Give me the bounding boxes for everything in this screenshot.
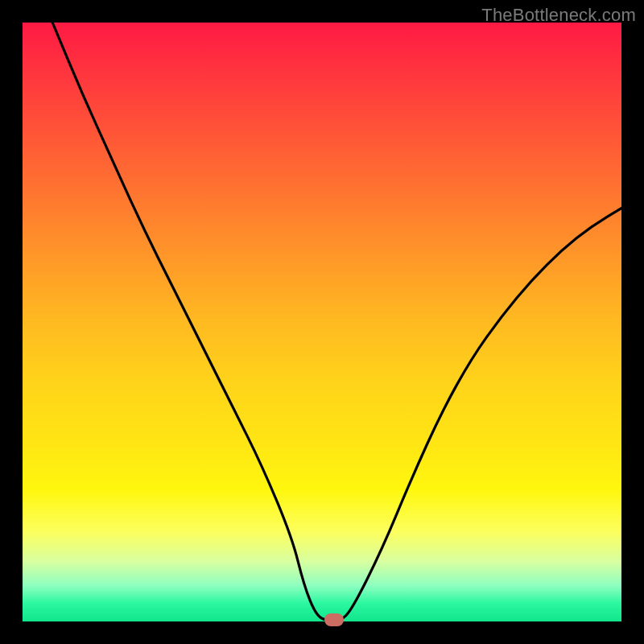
chart-frame: TheBottleneck.com [0,0,644,644]
optimum-marker [324,613,344,626]
watermark-text: TheBottleneck.com [481,5,636,26]
plot-area [23,23,621,621]
bottleneck-curve [52,23,621,621]
curve-layer [23,23,621,621]
